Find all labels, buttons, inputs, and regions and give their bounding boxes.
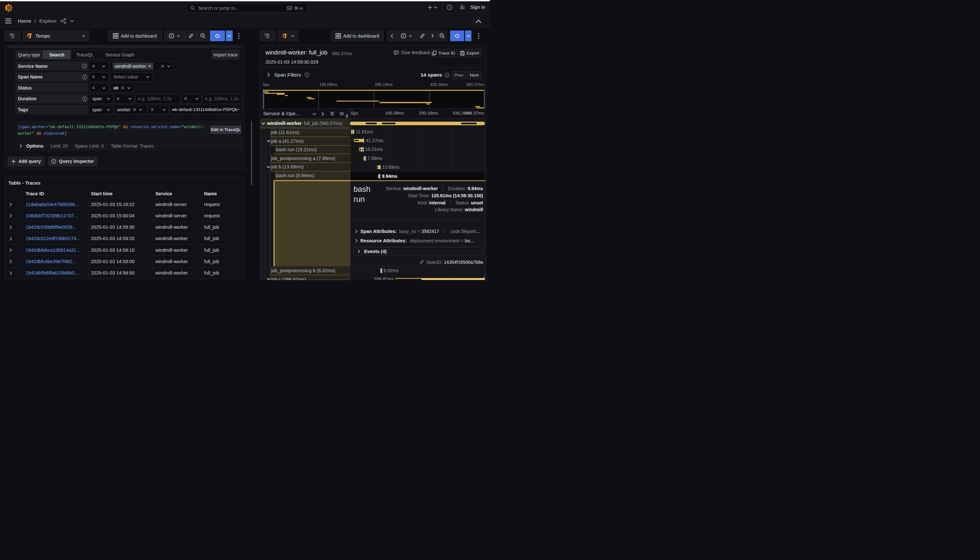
svg-text:?: ? <box>449 5 451 9</box>
